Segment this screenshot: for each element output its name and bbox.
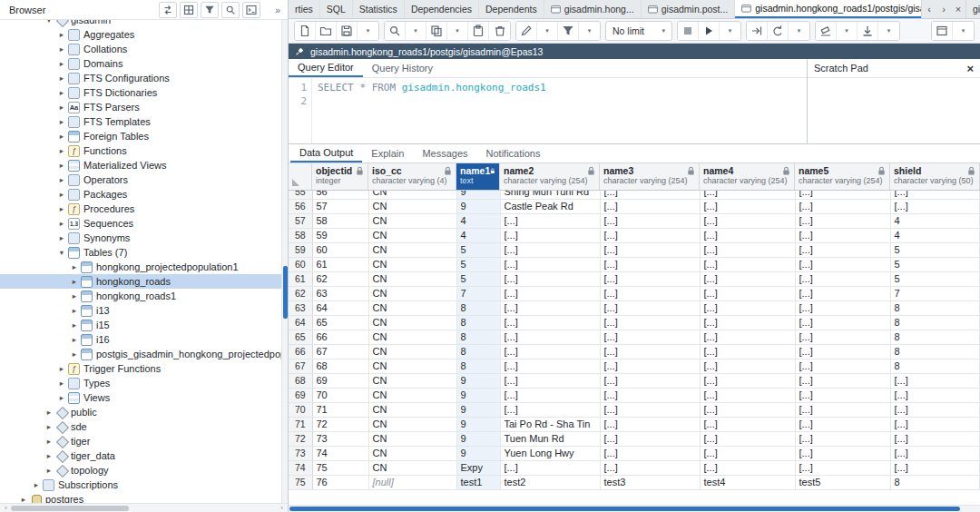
cell-objectid[interactable]: 69 (312, 373, 368, 388)
chevron-right-icon[interactable]: ▸ (69, 291, 80, 300)
row-number[interactable]: 62 (289, 286, 312, 300)
cell-objectid[interactable]: 71 (312, 402, 368, 417)
tree-item-operators[interactable]: ▸Operators (0, 172, 288, 187)
chevron-right-icon[interactable]: ▸ (56, 190, 67, 199)
tab-gisadmin-post[interactable]: gisadmin.post... (642, 0, 736, 18)
sidebar-horizontal-scrollbar[interactable]: ‹ › (0, 503, 288, 512)
scrollbar-thumb[interactable] (289, 507, 960, 511)
download-icon[interactable] (858, 22, 878, 40)
cell-name2[interactable]: [...] (500, 344, 600, 359)
tab-data-output[interactable]: Data Output (290, 144, 362, 162)
tab-overflow[interactable]: gisadmin.hongkong_roads1/postgis/gisadmi… (965, 0, 980, 18)
tab-dependents[interactable]: Dependents (479, 0, 544, 18)
cell-name4[interactable]: [...] (700, 213, 795, 228)
cell-name4[interactable]: [...] (700, 388, 795, 402)
cell-objectid[interactable]: 76 (312, 475, 368, 489)
scroll-left-icon[interactable]: ‹ (1, 504, 11, 512)
cell-name1[interactable]: 7 (456, 286, 500, 300)
cell-name2[interactable]: Tai Po Rd - Sha Tin (500, 417, 600, 431)
chevron-right-icon[interactable]: ▸ (31, 480, 42, 489)
cell-shield[interactable]: [...] (890, 460, 980, 475)
edit-caret-icon[interactable]: ▾ (537, 22, 558, 40)
grid-icon[interactable] (180, 2, 198, 18)
clear-caret-icon[interactable]: ▾ (837, 22, 858, 40)
cell-name2[interactable]: Shing Mun Tunl Rd (500, 191, 600, 199)
cell-shield[interactable]: 4 (890, 228, 980, 242)
column-header-name5[interactable]: name5character varying (254) (795, 163, 890, 190)
tree-item-fts-configurations[interactable]: ▸FTS Configurations (0, 71, 288, 85)
cell-iso-cc[interactable]: CN (368, 359, 456, 373)
chevron-right-icon[interactable]: ▸ (69, 320, 80, 330)
chevron-right-icon[interactable]: ▸ (56, 30, 67, 39)
cell-objectid[interactable]: 73 (312, 431, 368, 446)
row-number[interactable]: 59 (289, 242, 312, 257)
sql-code[interactable]: SELECT * FROM gisadmin.hongkong_roads1 (312, 78, 807, 143)
cell-name5[interactable]: [...] (795, 315, 890, 330)
cell-name1[interactable]: test1 (456, 475, 500, 489)
chevron-right-icon[interactable]: ▸ (56, 219, 67, 228)
macros-caret-icon[interactable]: ▾ (953, 22, 974, 40)
tree-item-materialized-views[interactable]: ▸Materialized Views (0, 158, 288, 172)
chevron-right-icon[interactable]: ▸ (56, 204, 67, 213)
cell-name5[interactable]: [...] (795, 300, 890, 315)
cell-iso-cc[interactable]: CN (368, 460, 456, 475)
cell-name3[interactable]: [...] (600, 228, 700, 242)
cell-name4[interactable]: [...] (700, 460, 795, 475)
cell-name3[interactable]: [...] (600, 417, 700, 431)
tab-query-editor[interactable]: Query Editor (289, 59, 363, 77)
open-file-icon[interactable] (316, 22, 337, 40)
row-number[interactable]: 70 (289, 402, 312, 417)
chevron-down-icon[interactable]: ▾ (44, 20, 54, 25)
cell-name2[interactable]: Yuen Long Hwy (500, 446, 600, 460)
chevron-right-icon[interactable]: ▸ (56, 88, 67, 97)
cell-shield[interactable]: 5 (890, 257, 980, 271)
cell-name3[interactable]: [...] (600, 344, 700, 359)
sidebar-vertical-scrollbar[interactable] (281, 20, 288, 503)
cell-name1[interactable]: 9 (456, 388, 500, 402)
save-options-caret-icon[interactable]: ▾ (358, 22, 378, 40)
cell-iso-cc[interactable]: CN (368, 257, 456, 271)
cell-shield[interactable]: 8 (890, 330, 980, 344)
select-all-corner[interactable] (289, 163, 312, 190)
cell-name3[interactable]: [...] (600, 431, 700, 446)
cell-name2[interactable]: [...] (500, 300, 600, 315)
cell-iso-cc[interactable]: [null] (368, 475, 456, 489)
cell-name1[interactable]: 4 (456, 213, 500, 228)
edit-icon[interactable] (516, 22, 537, 40)
cell-objectid[interactable]: 63 (312, 286, 368, 300)
cell-name2[interactable]: [...] (500, 373, 600, 388)
cell-name2[interactable]: [...] (500, 228, 600, 242)
cell-name2[interactable]: Tuen Mun Rd (500, 431, 600, 446)
row-number[interactable]: 68 (289, 373, 312, 388)
row-number[interactable]: 66 (289, 344, 312, 359)
tree-item-fts-dictionaries[interactable]: ▸FTS Dictionaries (0, 85, 288, 100)
cell-name4[interactable]: [...] (700, 271, 795, 286)
column-header-name1[interactable]: name1text (456, 163, 500, 190)
tree-item-functions[interactable]: ▸Functions (0, 143, 288, 158)
cell-objectid[interactable]: 59 (312, 228, 368, 242)
cell-name4[interactable]: [...] (700, 417, 795, 431)
cell-shield[interactable]: [...] (890, 373, 980, 388)
cell-shield[interactable]: 4 (890, 213, 980, 228)
search-icon[interactable] (221, 2, 240, 18)
tree-item-tables-7[interactable]: ▾Tables (7) (0, 245, 288, 260)
chevron-right-icon[interactable]: ▸ (56, 132, 67, 141)
cell-name3[interactable]: [...] (600, 257, 700, 271)
tree-item-i16[interactable]: ▸i16 (0, 332, 288, 347)
tree-item-foreign-tables[interactable]: ▸Foreign Tables (0, 129, 288, 143)
cell-iso-cc[interactable]: CN (368, 213, 456, 228)
cell-objectid[interactable]: 61 (312, 257, 368, 271)
close-icon[interactable]: × (966, 63, 974, 74)
cell-name4[interactable]: [...] (700, 286, 795, 300)
cell-shield[interactable]: 8 (890, 475, 980, 489)
row-number[interactable]: 69 (289, 388, 312, 402)
cell-name1[interactable]: 8 (456, 359, 500, 373)
scrollbar-thumb[interactable] (283, 266, 288, 319)
cell-name3[interactable]: [...] (600, 373, 700, 388)
column-header-name3[interactable]: name3character varying (254) (600, 163, 700, 190)
cell-name1[interactable]: 8 (456, 330, 500, 344)
cell-iso-cc[interactable]: CN (368, 388, 456, 402)
cell-name5[interactable]: [...] (795, 191, 890, 199)
chevron-right-icon[interactable]: ▸ (44, 451, 54, 460)
rollback-icon[interactable] (768, 22, 789, 40)
